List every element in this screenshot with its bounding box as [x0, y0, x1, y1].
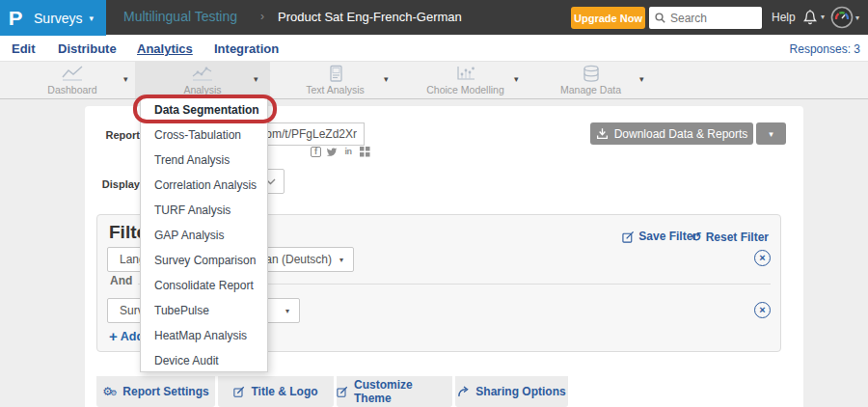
analysis-dropdown-menu: Data Segmentation Cross-Tabulation Trend… [140, 96, 268, 372]
embed-grid-icon[interactable] [359, 146, 370, 157]
caret-down-icon[interactable]: ▾ [639, 74, 644, 84]
download-icon [596, 127, 609, 140]
menu-item-correlation-analysis[interactable]: Correlation Analysis [141, 173, 267, 198]
tab-sharing-options[interactable]: Sharing Options [455, 376, 568, 407]
search-input[interactable] [670, 12, 755, 25]
menu-item-gap-analysis[interactable]: GAP Analysis [141, 223, 267, 248]
twitter-icon[interactable] [326, 146, 338, 157]
account-menu[interactable]: ▾ [830, 6, 859, 29]
toolbar-choice-modelling[interactable]: Choice Modelling ▾ [400, 62, 530, 98]
analytics-toolbar: Dashboard ▾ Analysis ▾ Text Analysis ▾ C… [0, 61, 868, 99]
download-data-reports-button[interactable]: Download Data & Reports [590, 122, 753, 145]
edit-icon [233, 386, 245, 397]
chevron-down-icon: ▾ [855, 14, 859, 22]
nav-bar: Edit Distribute Analytics Integration Re… [0, 35, 868, 61]
reset-filter-link[interactable]: ↺ Reset Filter [692, 230, 769, 244]
chevron-down-icon: ▾ [821, 13, 825, 21]
nav-distribute[interactable]: Distribute [58, 41, 117, 56]
remove-filter-button[interactable]: × [754, 250, 771, 266]
database-icon [582, 65, 601, 83]
menu-item-survey-comparison[interactable]: Survey Comparison [141, 248, 267, 273]
facebook-icon[interactable]: f [311, 147, 321, 157]
toolbar-analysis[interactable]: Analysis ▾ [135, 62, 270, 98]
nav-analytics[interactable]: Analytics [137, 41, 193, 56]
share-arrow-icon [457, 386, 470, 397]
caret-down-icon[interactable]: ▾ [384, 74, 389, 84]
search-box[interactable] [649, 7, 762, 29]
edit-icon [622, 231, 635, 243]
chevron-down-icon: ▾ [90, 14, 95, 23]
share-icons-row: f in [311, 146, 370, 157]
toolbar-text-analysis[interactable]: Text Analysis ▾ [270, 62, 400, 98]
menu-item-consolidate-report[interactable]: Consolidate Report [141, 273, 267, 298]
remove-filter-button[interactable]: × [754, 302, 771, 318]
search-icon [655, 13, 665, 23]
survey-title: Product Sat Eng-French-German [278, 10, 462, 24]
menu-item-tubepulse[interactable]: TubePulse [141, 298, 267, 323]
gauge-avatar-icon [830, 6, 854, 29]
line-chart-icon [60, 65, 85, 82]
toolbar-manage-data[interactable]: Manage Data ▾ [526, 62, 656, 98]
nav-edit[interactable]: Edit [12, 41, 36, 56]
filter-conjunction: And [110, 274, 132, 287]
caret-down-icon: ▾ [339, 256, 343, 264]
edit-icon [337, 386, 348, 397]
caret-down-icon[interactable]: ▾ [123, 74, 128, 84]
plus-icon: + [109, 328, 118, 344]
caret-down-icon[interactable]: ▾ [254, 74, 258, 84]
add-filter-link[interactable]: + Add [109, 328, 144, 344]
nav-integration[interactable]: Integration [214, 41, 279, 56]
menu-item-data-segmentation[interactable]: Data Segmentation [141, 97, 267, 122]
bell-icon [801, 7, 819, 26]
upgrade-now-button[interactable]: Upgrade Now [571, 7, 645, 29]
document-icon [326, 65, 345, 83]
reset-icon: ↺ [692, 230, 702, 244]
responses-count: Responses: 3 [790, 42, 860, 56]
tab-title-logo[interactable]: Title & Logo [218, 376, 334, 407]
download-options-caret[interactable]: ▾ [756, 122, 786, 145]
breadcrumb-separator: › [260, 10, 264, 23]
caret-down-icon[interactable]: ▾ [514, 74, 519, 84]
report-label: Report [95, 129, 140, 141]
trend-chart-icon [190, 65, 215, 82]
help-link[interactable]: Help [772, 11, 796, 24]
caret-down-icon: ▾ [285, 307, 289, 315]
tab-report-settings[interactable]: ⚙⚙ Report Settings [96, 376, 215, 407]
surveys-menu[interactable]: P Surveys ▾ [0, 0, 106, 36]
scatter-chart-icon [454, 65, 477, 82]
menu-item-cross-tabulation[interactable]: Cross-Tabulation [141, 122, 267, 148]
menu-item-trend-analysis[interactable]: Trend Analysis [141, 148, 267, 173]
save-filter-link[interactable]: Save Filter [622, 230, 697, 243]
app-logo[interactable]: P [9, 7, 23, 30]
tab-customize-theme[interactable]: Customize Theme [337, 376, 452, 407]
menu-item-device-audit[interactable]: Device Audit [141, 348, 267, 373]
linkedin-icon[interactable]: in [342, 146, 354, 157]
toolbar-dashboard[interactable]: Dashboard ▾ [10, 62, 135, 98]
surveys-label: Surveys [34, 11, 83, 26]
menu-item-turf-analysis[interactable]: TURF Analysis [141, 198, 267, 223]
header-bar: P Surveys ▾ Multilingual Testing › Produ… [0, 0, 868, 35]
menu-item-heatmap-analysis[interactable]: HeatMap Analysis [141, 323, 267, 348]
display-label: Display [90, 178, 140, 190]
notifications-bell[interactable]: ▾ [801, 7, 825, 26]
gears-icon: ⚙⚙ [102, 385, 117, 398]
breadcrumb-folder[interactable]: Multilingual Testing [123, 9, 237, 24]
